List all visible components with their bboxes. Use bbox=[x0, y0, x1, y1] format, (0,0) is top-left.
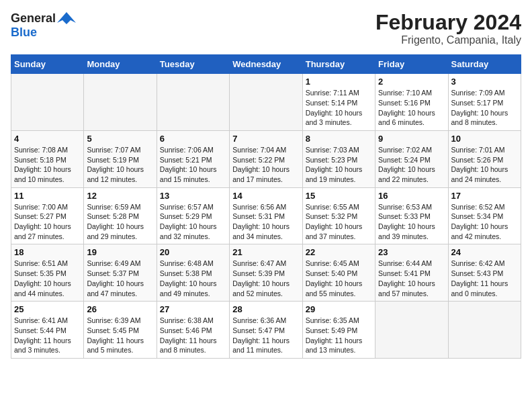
day-info: Sunrise: 6:45 AM Sunset: 5:40 PM Dayligh… bbox=[306, 259, 372, 298]
calendar-cell: 7Sunrise: 7:04 AM Sunset: 5:22 PM Daylig… bbox=[230, 130, 302, 187]
day-number: 3 bbox=[451, 77, 518, 87]
calendar-cell: 25Sunrise: 6:41 AM Sunset: 5:44 PM Dayli… bbox=[11, 302, 84, 359]
day-info: Sunrise: 7:10 AM Sunset: 5:16 PM Dayligh… bbox=[378, 88, 445, 128]
calendar-header: SundayMondayTuesdayWednesdayThursdayFrid… bbox=[11, 55, 521, 74]
calendar-cell: 11Sunrise: 7:00 AM Sunset: 5:27 PM Dayli… bbox=[11, 187, 84, 244]
day-number: 7 bbox=[232, 134, 299, 144]
calendar-cell: 28Sunrise: 6:36 AM Sunset: 5:47 PM Dayli… bbox=[230, 302, 302, 359]
day-number: 4 bbox=[14, 134, 81, 144]
calendar-cell: 10Sunrise: 7:01 AM Sunset: 5:26 PM Dayli… bbox=[448, 130, 521, 187]
day-info: Sunrise: 6:49 AM Sunset: 5:37 PM Dayligh… bbox=[87, 259, 153, 298]
calendar-cell: 26Sunrise: 6:39 AM Sunset: 5:45 PM Dayli… bbox=[84, 302, 157, 359]
day-number: 28 bbox=[232, 304, 299, 314]
weekday-header: Monday bbox=[84, 55, 157, 74]
calendar-week-row: 18Sunrise: 6:51 AM Sunset: 5:35 PM Dayli… bbox=[11, 244, 521, 302]
calendar-cell: 17Sunrise: 6:52 AM Sunset: 5:34 PM Dayli… bbox=[448, 187, 521, 244]
calendar-cell bbox=[11, 74, 84, 131]
day-info: Sunrise: 6:38 AM Sunset: 5:46 PM Dayligh… bbox=[160, 316, 226, 355]
calendar-cell: 6Sunrise: 7:06 AM Sunset: 5:21 PM Daylig… bbox=[157, 130, 229, 187]
calendar-cell: 12Sunrise: 6:59 AM Sunset: 5:28 PM Dayli… bbox=[84, 187, 157, 244]
calendar-week-row: 4Sunrise: 7:08 AM Sunset: 5:18 PM Daylig… bbox=[11, 130, 521, 187]
day-number: 15 bbox=[306, 191, 372, 201]
day-info: Sunrise: 6:39 AM Sunset: 5:45 PM Dayligh… bbox=[87, 316, 153, 355]
day-info: Sunrise: 7:03 AM Sunset: 5:23 PM Dayligh… bbox=[306, 145, 372, 185]
day-info: Sunrise: 6:55 AM Sunset: 5:32 PM Dayligh… bbox=[306, 202, 372, 242]
day-number: 1 bbox=[306, 77, 372, 87]
day-number: 13 bbox=[160, 191, 226, 201]
calendar-cell: 1Sunrise: 7:11 AM Sunset: 5:14 PM Daylig… bbox=[302, 74, 375, 131]
day-number: 18 bbox=[14, 247, 81, 257]
logo-general: General bbox=[11, 11, 56, 26]
day-info: Sunrise: 7:09 AM Sunset: 5:17 PM Dayligh… bbox=[451, 88, 518, 128]
calendar-cell: 22Sunrise: 6:45 AM Sunset: 5:40 PM Dayli… bbox=[302, 244, 375, 302]
title-block: February 2024 Frigento, Campania, Italy bbox=[375, 11, 521, 46]
calendar-cell: 14Sunrise: 6:56 AM Sunset: 5:31 PM Dayli… bbox=[230, 187, 302, 244]
day-info: Sunrise: 6:53 AM Sunset: 5:33 PM Dayligh… bbox=[378, 202, 445, 242]
svg-marker-0 bbox=[57, 12, 76, 24]
weekday-header: Saturday bbox=[448, 55, 521, 74]
day-info: Sunrise: 7:00 AM Sunset: 5:27 PM Dayligh… bbox=[14, 202, 81, 242]
calendar-cell: 9Sunrise: 7:02 AM Sunset: 5:24 PM Daylig… bbox=[375, 130, 448, 187]
day-number: 19 bbox=[87, 247, 153, 257]
weekday-header: Thursday bbox=[302, 55, 375, 74]
day-info: Sunrise: 6:47 AM Sunset: 5:39 PM Dayligh… bbox=[232, 259, 299, 298]
day-info: Sunrise: 6:44 AM Sunset: 5:41 PM Dayligh… bbox=[378, 259, 445, 298]
page-header: General Blue February 2024 Frigento, Cam… bbox=[11, 11, 521, 46]
day-number: 23 bbox=[378, 247, 445, 257]
day-number: 27 bbox=[160, 304, 226, 314]
day-info: Sunrise: 7:01 AM Sunset: 5:26 PM Dayligh… bbox=[451, 145, 518, 185]
day-info: Sunrise: 6:59 AM Sunset: 5:28 PM Dayligh… bbox=[87, 202, 153, 242]
day-number: 21 bbox=[232, 247, 299, 257]
calendar-cell: 21Sunrise: 6:47 AM Sunset: 5:39 PM Dayli… bbox=[230, 244, 302, 302]
day-info: Sunrise: 6:41 AM Sunset: 5:44 PM Dayligh… bbox=[14, 316, 81, 355]
day-info: Sunrise: 6:35 AM Sunset: 5:49 PM Dayligh… bbox=[306, 316, 372, 355]
logo-blue: Blue bbox=[11, 26, 37, 39]
calendar-week-row: 1Sunrise: 7:11 AM Sunset: 5:14 PM Daylig… bbox=[11, 74, 521, 131]
calendar-cell bbox=[84, 74, 157, 131]
day-info: Sunrise: 6:48 AM Sunset: 5:38 PM Dayligh… bbox=[160, 259, 226, 298]
calendar-cell: 16Sunrise: 6:53 AM Sunset: 5:33 PM Dayli… bbox=[375, 187, 448, 244]
day-info: Sunrise: 7:04 AM Sunset: 5:22 PM Dayligh… bbox=[232, 145, 299, 185]
day-info: Sunrise: 7:02 AM Sunset: 5:24 PM Dayligh… bbox=[378, 145, 445, 185]
day-info: Sunrise: 7:06 AM Sunset: 5:21 PM Dayligh… bbox=[160, 145, 226, 185]
calendar-cell: 3Sunrise: 7:09 AM Sunset: 5:17 PM Daylig… bbox=[448, 74, 521, 131]
page-subtitle: Frigento, Campania, Italy bbox=[375, 34, 521, 46]
day-info: Sunrise: 7:08 AM Sunset: 5:18 PM Dayligh… bbox=[14, 145, 81, 185]
calendar-cell: 24Sunrise: 6:42 AM Sunset: 5:43 PM Dayli… bbox=[448, 244, 521, 302]
day-number: 16 bbox=[378, 191, 445, 201]
calendar-week-row: 25Sunrise: 6:41 AM Sunset: 5:44 PM Dayli… bbox=[11, 302, 521, 359]
calendar-table: SundayMondayTuesdayWednesdayThursdayFrid… bbox=[11, 54, 521, 359]
calendar-cell: 15Sunrise: 6:55 AM Sunset: 5:32 PM Dayli… bbox=[302, 187, 375, 244]
day-info: Sunrise: 6:51 AM Sunset: 5:35 PM Dayligh… bbox=[14, 259, 81, 298]
calendar-cell: 13Sunrise: 6:57 AM Sunset: 5:29 PM Dayli… bbox=[157, 187, 229, 244]
day-number: 20 bbox=[160, 247, 226, 257]
logo: General Blue bbox=[11, 11, 76, 40]
weekday-header: Sunday bbox=[11, 55, 84, 74]
day-number: 29 bbox=[306, 304, 372, 314]
day-info: Sunrise: 6:56 AM Sunset: 5:31 PM Dayligh… bbox=[232, 202, 299, 242]
day-number: 17 bbox=[451, 191, 518, 201]
day-number: 26 bbox=[87, 304, 153, 314]
calendar-cell: 5Sunrise: 7:07 AM Sunset: 5:19 PM Daylig… bbox=[84, 130, 157, 187]
day-info: Sunrise: 6:36 AM Sunset: 5:47 PM Dayligh… bbox=[232, 316, 299, 355]
day-number: 22 bbox=[306, 247, 372, 257]
day-number: 12 bbox=[87, 191, 153, 201]
day-number: 5 bbox=[87, 134, 153, 144]
page-title: February 2024 bbox=[375, 11, 521, 34]
calendar-cell bbox=[230, 74, 302, 131]
day-number: 8 bbox=[306, 134, 372, 144]
day-info: Sunrise: 6:52 AM Sunset: 5:34 PM Dayligh… bbox=[451, 202, 518, 242]
weekday-header: Wednesday bbox=[230, 55, 302, 74]
day-info: Sunrise: 6:42 AM Sunset: 5:43 PM Dayligh… bbox=[451, 259, 518, 298]
calendar-cell: 19Sunrise: 6:49 AM Sunset: 5:37 PM Dayli… bbox=[84, 244, 157, 302]
day-number: 9 bbox=[378, 134, 445, 144]
calendar-cell: 20Sunrise: 6:48 AM Sunset: 5:38 PM Dayli… bbox=[157, 244, 229, 302]
calendar-cell bbox=[448, 302, 521, 359]
calendar-body: 1Sunrise: 7:11 AM Sunset: 5:14 PM Daylig… bbox=[11, 74, 521, 359]
day-info: Sunrise: 7:07 AM Sunset: 5:19 PM Dayligh… bbox=[87, 145, 153, 185]
day-number: 6 bbox=[160, 134, 226, 144]
calendar-cell: 29Sunrise: 6:35 AM Sunset: 5:49 PM Dayli… bbox=[302, 302, 375, 359]
logo-bird-icon bbox=[57, 11, 76, 26]
day-number: 24 bbox=[451, 247, 518, 257]
calendar-week-row: 11Sunrise: 7:00 AM Sunset: 5:27 PM Dayli… bbox=[11, 187, 521, 244]
